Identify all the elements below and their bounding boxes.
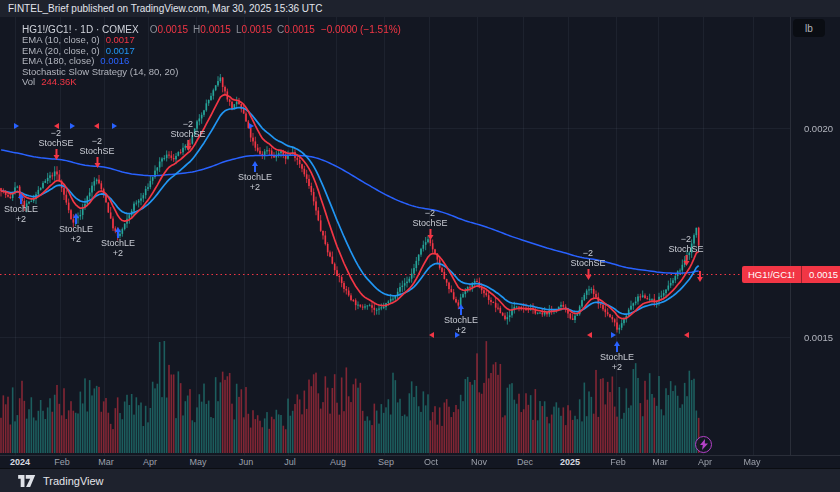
price-tag-value: 0.0015 <box>801 266 840 283</box>
stoch-se-annotation: −2StochSE <box>570 248 605 280</box>
publish-bar: FINTEL_Brief published on TradingView.co… <box>0 0 840 17</box>
stoch-le-annotation: StochLE+2 <box>59 212 93 244</box>
chart-area: HG1!/GC1! · 1D · COMEXO0.0015H0.0015L0.0… <box>0 17 840 455</box>
time-axis-label: 2025 <box>560 457 580 467</box>
sell-arrow-icon <box>412 229 447 240</box>
time-axis-label: Feb <box>54 457 70 467</box>
indicator-value: 244.36K <box>41 76 76 87</box>
time-axis-label: Sep <box>378 457 394 467</box>
buy-arrow-icon <box>59 213 93 224</box>
time-axis-label: Apr <box>143 457 157 467</box>
time-axis[interactable]: 2024FebMarAprMayJunJulAugSepOctNovDec202… <box>0 455 840 468</box>
indicator-name: Vol <box>22 76 35 87</box>
ohlc-values: O0.0015H0.0015L0.0015C0.0015−0.0000 (−1.… <box>145 24 401 35</box>
indicator-name: EMA (20, close, 0) <box>22 45 100 56</box>
stoch-le-annotation: StochLE+2 <box>101 226 135 258</box>
time-axis-label: Feb <box>610 457 626 467</box>
publish-text: FINTEL_Brief published on TradingView.co… <box>8 3 322 14</box>
indicator-legend: EMA (10, close, 0)0.0017EMA (20, close, … <box>22 35 401 88</box>
buy-arrow-icon <box>444 304 478 315</box>
footer-bar: TradingView <box>0 468 840 492</box>
time-axis-label: 2024 <box>10 457 30 467</box>
buy-arrow-icon <box>4 193 38 204</box>
time-axis-label: Apr <box>698 457 712 467</box>
stoch-le-annotation: StochLE+2 <box>4 192 38 224</box>
lightning-icon <box>700 439 708 450</box>
sell-arrow-icon <box>79 157 114 168</box>
buy-arrow-icon <box>600 341 634 352</box>
signal-marker-left <box>684 332 689 338</box>
stoch-se-annotation: −2StochSE <box>79 136 114 168</box>
price-tag-symbol: HG1!/GC1! <box>742 269 801 280</box>
unit-pill[interactable]: lb <box>793 19 825 37</box>
stoch-le-annotation: StochLE+2 <box>444 303 478 335</box>
price-axis[interactable]: 0.00200.0015 <box>790 17 840 455</box>
stoch-le-annotation: StochLE+2 <box>600 340 634 372</box>
time-axis-label: Nov <box>471 457 487 467</box>
unit-label: lb <box>805 23 813 34</box>
signal-marker-right <box>611 332 616 338</box>
sell-arrow-icon <box>170 140 205 151</box>
signal-marker-right <box>14 123 19 129</box>
buy-arrow-icon <box>238 161 272 172</box>
signal-marker-right <box>70 123 75 129</box>
time-axis-label: Mar <box>652 457 668 467</box>
sell-arrow-icon <box>38 149 73 160</box>
sell-arrow-icon <box>697 271 703 282</box>
signal-marker-left <box>429 332 434 338</box>
reaction-lightning-button[interactable] <box>695 436 712 453</box>
time-axis-label: Oct <box>424 457 438 467</box>
indicator-value: 0.0017 <box>106 45 135 56</box>
signal-marker-right <box>455 332 460 338</box>
indicator-name: EMA (10, close, 0) <box>22 34 100 45</box>
signal-marker-left <box>54 123 59 129</box>
tradingview-logo-icon[interactable] <box>18 475 36 487</box>
stoch-se-annotation: −2StochSE <box>38 128 73 160</box>
tradingview-brand-link[interactable]: TradingView <box>43 475 104 487</box>
time-axis-label: Jul <box>284 457 296 467</box>
tradingview-snapshot: FINTEL_Brief published on TradingView.co… <box>0 0 840 492</box>
signal-marker-left <box>94 123 99 129</box>
legend-indicator-row[interactable]: Vol244.36K <box>22 77 401 88</box>
time-axis-label: Mar <box>98 457 114 467</box>
indicator-value: 0.0016 <box>100 55 129 66</box>
time-axis-label: May <box>189 457 206 467</box>
indicator-name: Stochastic Slow Strategy (14, 80, 20) <box>22 66 178 77</box>
buy-arrow-icon <box>101 227 135 238</box>
indicator-name: EMA (180, close) <box>22 55 94 66</box>
signal-marker-right <box>112 123 117 129</box>
signal-marker-right <box>249 123 254 129</box>
stoch-se-annotation: −2StochSE <box>668 234 703 266</box>
price-tick-label: 0.0020 <box>804 123 833 134</box>
time-axis-label: Jun <box>239 457 254 467</box>
sell-arrow-icon <box>668 255 703 266</box>
stoch-le-annotation: StochLE+2 <box>238 160 272 192</box>
time-axis-label: Aug <box>330 457 346 467</box>
chart-legend: HG1!/GC1! · 1D · COMEXO0.0015H0.0015L0.0… <box>22 24 401 88</box>
price-tick-label: 0.0015 <box>804 332 833 343</box>
signal-arrow <box>697 270 703 282</box>
signal-marker-left <box>587 332 592 338</box>
change-value: −0.0000 (−1.51%) <box>321 24 401 35</box>
time-axis-label: Dec <box>517 457 533 467</box>
legend-indicator-row[interactable]: Stochastic Slow Strategy (14, 80, 20) <box>22 67 401 78</box>
indicator-value: 0.0017 <box>106 34 135 45</box>
last-price-tag: HG1!/GC1! 0.0015 <box>742 266 840 283</box>
sell-arrow-icon <box>570 269 605 280</box>
stoch-se-annotation: −2StochSE <box>412 208 447 240</box>
stoch-se-annotation: −2StochSE <box>170 119 205 151</box>
time-axis-label: May <box>743 457 760 467</box>
